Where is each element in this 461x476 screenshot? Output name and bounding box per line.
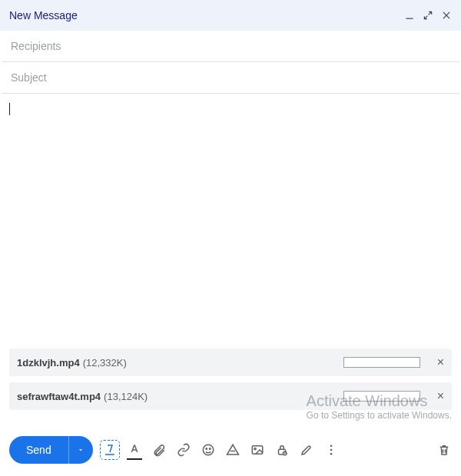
svg-point-3 xyxy=(209,448,211,450)
send-group: Send xyxy=(9,436,93,464)
attachments-list: 1dzklvjh.mp4 (12,332K) × sefrawftaw4t.mp… xyxy=(0,349,461,416)
svg-point-1 xyxy=(203,445,214,455)
body-area[interactable] xyxy=(0,94,461,349)
compose-title: New Message xyxy=(9,9,78,21)
attachment-name: 1dzklvjh.mp4 xyxy=(17,357,80,369)
insert-emoji-icon[interactable] xyxy=(201,442,216,458)
insert-photo-icon[interactable] xyxy=(250,442,265,458)
confidential-mode-icon[interactable] xyxy=(274,442,290,458)
text-color-icon[interactable] xyxy=(127,442,142,458)
send-button[interactable]: Send xyxy=(9,436,68,464)
svg-point-2 xyxy=(206,448,207,450)
compose-window: New Message 1dzklvjh.mp4 (12, xyxy=(0,0,461,476)
discard-draft-icon[interactable] xyxy=(436,442,452,458)
compose-toolbar: Send xyxy=(0,430,461,476)
attachment-remove-icon[interactable]: × xyxy=(437,356,444,369)
attachment-progress xyxy=(343,357,420,368)
attachment-size: (12,332K) xyxy=(83,357,127,369)
svg-point-9 xyxy=(330,449,332,451)
attachment-remove-icon[interactable]: × xyxy=(437,390,444,402)
insert-drive-icon[interactable] xyxy=(225,442,240,458)
attachment-chip[interactable]: 1dzklvjh.mp4 (12,332K) × xyxy=(9,349,452,376)
send-more-button[interactable] xyxy=(68,436,93,464)
fullscreen-icon[interactable] xyxy=(423,10,433,21)
formatting-options-icon[interactable] xyxy=(102,442,118,458)
attachment-size: (13,124K) xyxy=(104,391,148,402)
insert-signature-icon[interactable] xyxy=(299,442,314,458)
close-icon[interactable] xyxy=(441,10,452,21)
compose-header: New Message xyxy=(0,0,461,31)
insert-link-icon[interactable] xyxy=(176,442,191,458)
subject-input[interactable] xyxy=(11,68,450,87)
recipients-row xyxy=(2,31,459,62)
attachment-progress xyxy=(343,391,420,402)
svg-point-8 xyxy=(330,445,332,447)
minimize-icon[interactable] xyxy=(404,10,415,21)
subject-row xyxy=(2,62,459,94)
attachment-name: sefrawftaw4t.mp4 xyxy=(17,391,101,402)
svg-rect-0 xyxy=(406,18,413,19)
window-controls xyxy=(404,10,452,21)
attach-file-icon[interactable] xyxy=(151,442,167,458)
attachment-chip[interactable]: sefrawftaw4t.mp4 (13,124K) × xyxy=(9,382,452,410)
more-options-icon[interactable] xyxy=(323,442,339,458)
svg-point-5 xyxy=(254,448,256,449)
svg-point-10 xyxy=(330,453,332,455)
text-cursor xyxy=(9,103,10,115)
recipients-input[interactable] xyxy=(11,37,450,55)
